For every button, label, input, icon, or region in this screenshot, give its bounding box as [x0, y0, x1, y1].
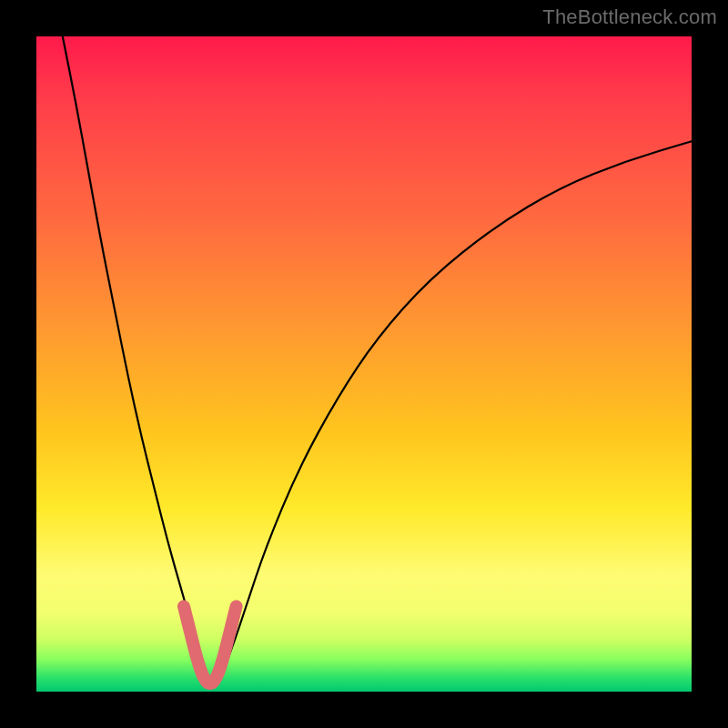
plot-area	[36, 36, 692, 692]
chart-frame: TheBottleneck.com	[0, 0, 728, 728]
highlight-valley	[184, 606, 237, 683]
bottleneck-curve	[63, 36, 692, 683]
attribution-label: TheBottleneck.com	[542, 5, 717, 29]
curve-layer	[36, 36, 692, 692]
